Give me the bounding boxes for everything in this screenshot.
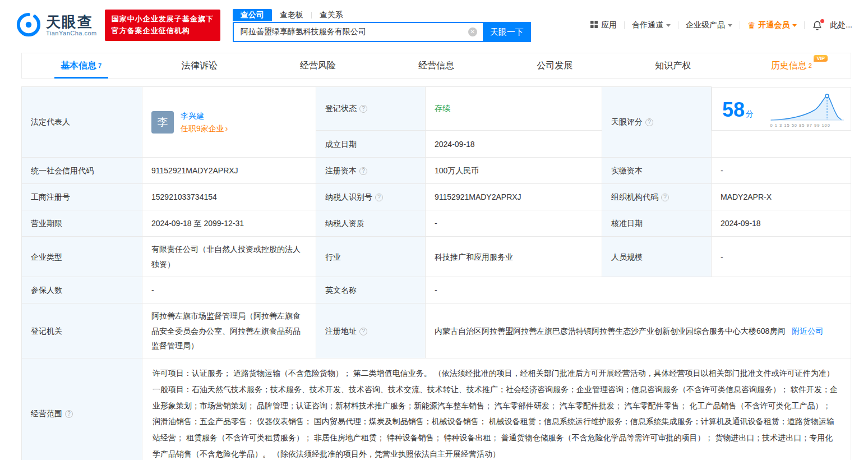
taxpayer-quality-value: - — [435, 219, 437, 228]
search-tab-boss[interactable]: 查老板 — [272, 9, 311, 21]
apps-label: 应用 — [601, 20, 617, 30]
vip-badge: VIP — [814, 55, 828, 62]
score-unit: 分 — [746, 109, 754, 118]
reg-status-label: 登记状态 — [325, 104, 357, 113]
apps-grid-icon — [590, 20, 598, 30]
tab-basic-info[interactable]: 基本信息 7 — [22, 53, 140, 78]
legal-rep-name-link[interactable]: 李兴建 — [181, 109, 228, 122]
search-tab-relation[interactable]: 查关系 — [312, 9, 351, 21]
question-icon[interactable] — [661, 194, 669, 201]
business-term-label: 营业期限 — [31, 219, 62, 228]
english-name-label: 英文名称 — [325, 286, 357, 295]
company-type-value: 有限责任公司（非自然人投资或控股的法人独资） — [151, 245, 301, 269]
brand-name: 天眼查 — [46, 14, 97, 30]
business-term-value: 2024-09-18 至 2099-12-31 — [151, 219, 244, 228]
vip-upgrade-label: 开通会员 — [758, 20, 789, 30]
vip-upgrade-menu-item[interactable]: 开通会员 — [747, 20, 797, 31]
enterprise-products-label: 企业级产品 — [686, 20, 725, 30]
brand-domain: TianYanCha.com — [46, 30, 97, 36]
business-scope-label: 经营范围 — [31, 409, 62, 418]
menu-divider — [740, 21, 740, 29]
tab-business-info[interactable]: 经营信息 — [377, 53, 495, 78]
search-area: 查公司 查老板 查关系 天眼一下 — [233, 8, 531, 42]
question-icon[interactable] — [359, 105, 367, 113]
menu-divider — [804, 21, 805, 29]
info-row: 法定代表人 李 李兴建 任职9家企业 登记状态 存续 天眼评分 — [22, 87, 851, 131]
question-icon[interactable] — [359, 328, 367, 335]
approval-date-label: 核准日期 — [611, 219, 643, 228]
clear-search-icon[interactable] — [468, 27, 477, 36]
score-curve-chart: 0 1 3 15 50 85 97 99 100 — [770, 92, 844, 128]
chevron-down-icon — [792, 24, 797, 27]
company-type-label: 企业类型 — [31, 252, 62, 261]
info-row: 参保人数 - 英文名称 - — [22, 277, 851, 303]
reg-authority-value: 阿拉善左旗市场监督管理局（阿拉善左旗食品安全委员会办公室、阿拉善左旗食品药品监督… — [151, 311, 301, 350]
nearby-companies-link[interactable]: 附近公司 — [792, 326, 823, 335]
score-label: 天眼评分 — [611, 117, 643, 126]
question-icon[interactable] — [645, 118, 653, 126]
insured-count-value: - — [151, 286, 154, 295]
org-code-value: MADY2APR-X — [721, 192, 772, 201]
question-icon[interactable] — [375, 194, 383, 201]
est-date-label: 成立日期 — [325, 140, 357, 149]
legal-rep-avatar[interactable]: 李 — [151, 111, 174, 134]
search-button[interactable]: 天眼一下 — [483, 22, 531, 42]
search-tabs: 查公司 查老板 查关系 — [233, 8, 531, 22]
reg-capital-value: 100万人民币 — [435, 166, 479, 175]
tab-business-risk[interactable]: 经营风险 — [258, 53, 377, 78]
question-icon[interactable] — [65, 410, 73, 418]
tab-intellectual-property[interactable]: 知识产权 — [614, 53, 732, 78]
org-code-label: 组织机构代码 — [611, 192, 658, 201]
enterprise-products-menu-item[interactable]: 企业级产品 — [686, 20, 732, 30]
tab-label: 经营信息 — [418, 60, 454, 72]
credit-code-label: 统一社会信用代码 — [31, 166, 94, 175]
insured-count-label: 参保人数 — [31, 286, 62, 295]
taxpayer-id-label: 纳税人识别号 — [325, 192, 372, 201]
chevron-down-icon — [666, 24, 671, 27]
gov-badge-line2: 官方备案企业征信机构 — [112, 25, 214, 37]
paid-capital-value: - — [721, 166, 723, 175]
tab-label: 知识产权 — [655, 60, 691, 72]
reg-number-value: 152921033734154 — [151, 192, 217, 201]
search-tab-company[interactable]: 查公司 — [233, 9, 272, 21]
chevron-down-icon — [728, 24, 732, 27]
tab-company-development[interactable]: 公司发展 — [496, 53, 614, 78]
notifications-button[interactable] — [812, 20, 823, 31]
staff-size-value: - — [721, 252, 723, 261]
company-search-input[interactable] — [233, 22, 483, 42]
gov-badge-line1: 国家中小企业发展子基金旗下 — [112, 13, 214, 25]
score-axis-labels: 0 1 3 15 50 85 97 99 100 — [770, 123, 843, 128]
info-row: 工商注册号 152921033734154 纳税人识别号 91152921MAD… — [22, 184, 851, 210]
crown-icon — [747, 20, 755, 31]
user-menu-item[interactable]: 此处... — [830, 20, 852, 30]
taxpayer-id-value: 91152921MADY2APRXJ — [435, 192, 521, 201]
tab-label: 经营风险 — [300, 60, 336, 72]
tab-legal-litigation[interactable]: 法律诉讼 — [140, 53, 258, 78]
reg-number-label: 工商注册号 — [31, 192, 70, 201]
question-icon[interactable] — [359, 167, 367, 175]
company-info-table: 法定代表人 李 李兴建 任职9家企业 登记状态 存续 天眼评分 — [21, 86, 851, 460]
menu-divider — [624, 21, 625, 29]
english-name-value: - — [435, 286, 437, 295]
reg-authority-label: 登记机关 — [31, 326, 62, 335]
top-menu: 应用 合作通道 企业级产品 开通会员 此处... — [590, 20, 852, 31]
score-value: 58 — [722, 98, 745, 121]
tianyancha-logo[interactable]: 天眼查 TianYanCha.com — [16, 12, 97, 39]
legal-rep-companies-link[interactable]: 任职9家企业 — [181, 122, 228, 135]
gov-credit-badge: 国家中小企业发展子基金旗下 官方备案企业征信机构 — [105, 10, 220, 41]
cooperation-menu-item[interactable]: 合作通道 — [632, 20, 671, 30]
company-section-tabs: 基本信息 7 法律诉讼 经营风险 经营信息 公司发展 知识产权 历史信息 2 V… — [21, 53, 851, 79]
reg-status-value: 存续 — [435, 104, 450, 113]
info-row: 营业期限 2024-09-18 至 2099-12-31 纳税人资质 - 核准日… — [22, 210, 851, 237]
reg-capital-label: 注册资本 — [325, 166, 357, 175]
tab-history-info[interactable]: 历史信息 2 VIP — [732, 53, 851, 78]
tab-label: 公司发展 — [537, 60, 572, 72]
business-scope-value: 许可项目：认证服务； 道路货物运输（不含危险货物）； 第二类增值电信业务。 （依… — [153, 369, 838, 458]
taxpayer-quality-label: 纳税人资质 — [325, 219, 364, 228]
tianyancha-logo-icon — [16, 12, 41, 39]
est-date-value: 2024-09-18 — [435, 140, 475, 149]
credit-code-value: 91152921MADY2APRXJ — [151, 166, 238, 175]
paid-capital-label: 实缴资本 — [611, 166, 643, 175]
reg-address-label: 注册地址 — [325, 326, 357, 335]
apps-menu-item[interactable]: 应用 — [590, 20, 617, 30]
